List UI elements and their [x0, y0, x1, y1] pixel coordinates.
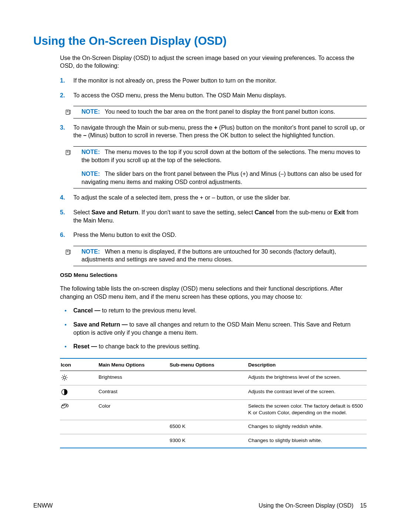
step-1: If the monitor is not already on, press …: [60, 77, 367, 85]
cell-9300-sub: 9300 K: [169, 434, 247, 448]
note-3a-text: The menu moves to the top if you scroll …: [81, 149, 360, 163]
cell-6500-desc: Changes to slightly reddish white.: [247, 420, 367, 434]
footer-page-number: 15: [360, 502, 367, 509]
svg-point-21: [66, 405, 67, 406]
note-2-text: You need to touch the bar area on the fr…: [105, 108, 335, 115]
page-footer: ENWW Using the On-Screen Display (OSD) 1…: [33, 502, 367, 510]
cell-contrast-main: Contrast: [98, 385, 169, 399]
step-1-text: If the monitor is not already on, press …: [73, 77, 277, 84]
step-2-text: To access the OSD menu, press the Menu b…: [73, 92, 286, 98]
bullet-save-label: Save and Return —: [73, 321, 128, 328]
bullet-save: Save and Return — to save all changes an…: [60, 321, 367, 337]
note-label: NOTE:: [81, 108, 100, 115]
table-header-row: Icon Main Menu Options Sub-menu Options …: [60, 358, 367, 371]
cell-brightness-main: Brightness: [98, 371, 169, 385]
note-step-6: NOTE: When a menu is displayed, if the b…: [73, 246, 367, 266]
note-icon: [65, 108, 71, 116]
cell-brightness-sub: [169, 371, 247, 385]
selections-intro: The following table lists the on-screen …: [60, 285, 367, 301]
cell-color-desc: Selects the screen color. The factory de…: [247, 399, 367, 420]
svg-line-16: [62, 379, 63, 380]
note-label: NOTE:: [81, 149, 100, 155]
table-row: 6500 K Changes to slightly reddish white…: [60, 420, 367, 434]
step-4: To adjust the scale of a selected item, …: [60, 194, 367, 202]
bullet-reset: Reset — to change back to the previous s…: [60, 342, 367, 351]
table-row: Color Selects the screen color. The fact…: [60, 399, 367, 420]
svg-point-19: [63, 405, 63, 406]
footer-left: ENWW: [33, 502, 53, 510]
note-step-3a: NOTE: The menu moves to the top if you s…: [73, 146, 367, 166]
note-label: NOTE:: [81, 248, 100, 255]
step-3: To navigate through the Main or sub-menu…: [60, 124, 367, 140]
bullet-reset-text: to change back to the previous setting.: [97, 343, 200, 349]
step-3-text-c: (Minus) button to scroll in reverse. The…: [87, 132, 335, 138]
note-icon: [65, 148, 71, 156]
note-3b-text: The slider bars on the front panel betwe…: [81, 171, 362, 185]
cell-contrast-sub: [169, 385, 247, 399]
intro-paragraph: Use the On-Screen Display (OSD) to adjus…: [60, 54, 367, 70]
osd-menu-selections-heading: OSD Menu Selections: [60, 271, 367, 279]
svg-point-20: [64, 405, 65, 405]
step-5-text-c: from the sub-menu or: [274, 209, 334, 215]
step-4-text: To adjust the scale of a selected item, …: [73, 194, 290, 201]
cell-contrast-desc: Adjusts the contrast level of the screen…: [247, 385, 367, 399]
table-row: Contrast Adjusts the contrast level of t…: [60, 385, 367, 399]
step-3-text-a: To navigate through the Main or sub-menu…: [73, 124, 214, 131]
th-main: Main Menu Options: [98, 358, 169, 371]
step-5-bold-1: Save and Return: [91, 209, 138, 215]
table-row: Brightness Adjusts the brightness level …: [60, 371, 367, 385]
th-sub: Sub-menu Options: [169, 358, 247, 371]
cell-9300-desc: Changes to slightly blueish white.: [247, 434, 367, 448]
th-desc: Description: [247, 358, 367, 371]
svg-line-14: [62, 375, 63, 376]
step-6: Press the Menu button to exit the OSD.: [60, 231, 367, 239]
minus-symbol: –: [83, 132, 87, 138]
cell-color-main: Color: [98, 399, 169, 420]
svg-line-17: [66, 375, 67, 376]
step-5-text-b: . If you don't want to save the setting,…: [138, 209, 254, 215]
note-icon: [65, 248, 71, 256]
svg-line-15: [66, 379, 67, 380]
cell-6500-main: [98, 420, 169, 434]
svg-point-9: [63, 377, 66, 379]
plus-symbol: +: [214, 124, 217, 131]
note-6-text: When a menu is displayed, if the buttons…: [81, 248, 336, 263]
th-icon: Icon: [60, 358, 98, 371]
osd-menu-table: Icon Main Menu Options Sub-menu Options …: [60, 358, 367, 448]
step-2: To access the OSD menu, press the Menu b…: [60, 91, 367, 100]
bullet-cancel-label: Cancel —: [73, 307, 100, 314]
table-row: 9300 K Changes to slightly blueish white…: [60, 434, 367, 448]
bullet-reset-label: Reset —: [73, 343, 97, 349]
step-5-bold-3: Exit: [334, 209, 345, 215]
note-step-3b: NOTE: The slider bars on the front panel…: [73, 166, 367, 188]
bullet-cancel: Cancel — to return to the previous menu …: [60, 307, 367, 315]
note-step-2: NOTE: You need to touch the bar area on …: [73, 106, 367, 118]
step-6-text: Press the Menu button to exit the OSD.: [73, 232, 176, 238]
footer-right-label: Using the On-Screen Display (OSD): [259, 502, 353, 509]
note-label: NOTE:: [81, 171, 100, 177]
step-5: Select Save and Return. If you don't wan…: [60, 208, 367, 224]
cell-color-sub: [169, 399, 247, 420]
contrast-icon: [61, 389, 68, 395]
color-icon: [61, 403, 69, 409]
page-section-title: Using the On-Screen Display (OSD): [33, 33, 367, 49]
cell-9300-main: [98, 434, 169, 448]
cell-brightness-desc: Adjusts the brightness level of the scre…: [247, 371, 367, 385]
step-5-text-a: Select: [73, 209, 91, 215]
bullet-cancel-text: to return to the previous menu level.: [100, 307, 197, 314]
brightness-icon: [61, 375, 68, 380]
cell-6500-sub: 6500 K: [169, 420, 247, 434]
step-5-bold-2: Cancel: [255, 209, 274, 215]
